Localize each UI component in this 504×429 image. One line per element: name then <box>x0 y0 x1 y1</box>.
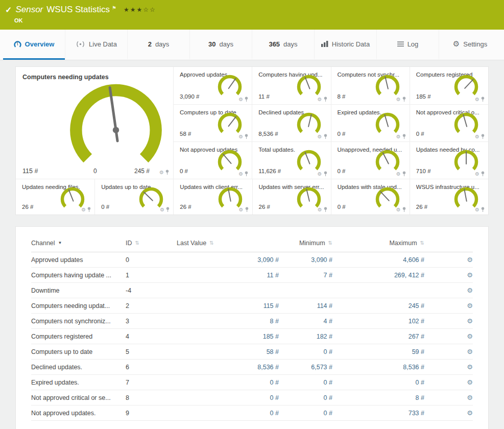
table-row[interactable]: Expired updates.70 #0 #0 #⚙ <box>31 375 473 390</box>
column-label: ID <box>126 240 132 247</box>
table-row[interactable]: Declined updates.68,536 #6,573 #8,536 #⚙ <box>31 360 473 375</box>
pin-icon[interactable] <box>402 97 406 102</box>
gear-icon: ⚙ <box>453 39 460 49</box>
column-header-last-value[interactable]: Last Value⇅ <box>177 240 279 247</box>
table-row[interactable]: Computers registered4185 #182 #267 #⚙ <box>31 329 473 344</box>
table-row[interactable]: Computers up to date558 #0 #59 #⚙ <box>31 344 473 360</box>
pin-icon[interactable] <box>245 134 248 139</box>
gear-icon[interactable]: ⚙ <box>238 134 243 139</box>
gear-icon[interactable]: ⚙ <box>159 170 164 175</box>
table-row[interactable]: Not approved critical or se...80 #0 #8 #… <box>31 390 473 406</box>
pin-icon[interactable] <box>402 171 406 177</box>
gear-icon[interactable]: ⚙ <box>475 134 479 139</box>
channel-name[interactable]: Computers needing updat... <box>31 302 126 309</box>
gear-icon[interactable]: ⚙ <box>396 134 401 139</box>
priority-stars[interactable]: ★★★☆☆ <box>124 6 156 13</box>
pin-icon[interactable] <box>481 134 485 139</box>
channel-name[interactable]: Computers up to date <box>31 348 126 355</box>
pin-icon[interactable] <box>245 207 249 212</box>
channel-settings-icon[interactable]: ⚙ <box>467 302 473 309</box>
pin-icon[interactable] <box>166 207 170 212</box>
channel-name[interactable]: Computers having update ... <box>31 272 126 279</box>
column-header-maximum[interactable]: Maximum⇅ <box>332 240 424 247</box>
channel-name[interactable]: Not approved updates. <box>31 410 126 417</box>
pin-icon[interactable] <box>481 207 485 212</box>
gauge-dial <box>60 186 85 208</box>
pin-icon[interactable] <box>324 134 327 139</box>
column-header-minimum[interactable]: Minimum⇅ <box>279 240 332 247</box>
channel-settings-icon[interactable]: ⚙ <box>467 394 473 401</box>
tab-log[interactable]: Log <box>376 30 439 60</box>
channel-settings-icon[interactable]: ⚙ <box>467 287 473 294</box>
column-label: Maximum <box>389 240 417 247</box>
gear-icon[interactable]: ⚙ <box>396 172 401 177</box>
gear-icon[interactable]: ⚙ <box>318 207 322 212</box>
pin-icon[interactable] <box>87 207 91 212</box>
flag-icon[interactable]: ⚑ <box>112 5 116 11</box>
channel-name[interactable]: Declined updates. <box>31 364 126 371</box>
table-row[interactable]: Computers having update ...111 #7 #269, … <box>31 268 473 283</box>
tab-historic-data[interactable]: Historic Data <box>314 30 376 60</box>
table-row[interactable]: Downtime-4⚙ <box>31 283 473 298</box>
gear-icon[interactable]: ⚙ <box>396 207 401 212</box>
pin-icon[interactable] <box>165 170 169 175</box>
channel-settings-icon[interactable]: ⚙ <box>467 363 473 371</box>
gear-icon[interactable]: ⚙ <box>475 172 479 177</box>
channel-name[interactable]: Downtime <box>31 287 126 294</box>
gauge-tile: Updates needed by co...710 #⚙ <box>410 141 488 179</box>
gauge-dial <box>453 149 479 171</box>
channel-minimum: 4 # <box>279 318 332 325</box>
column-header-id[interactable]: ID⇅ <box>126 240 177 247</box>
pin-icon[interactable] <box>245 171 248 177</box>
table-row[interactable]: Computers not synchroniz...38 #4 #102 #⚙ <box>31 314 473 329</box>
gear-icon[interactable]: ⚙ <box>238 97 243 102</box>
channel-name[interactable]: Computers not synchroniz... <box>31 318 126 325</box>
pin-icon[interactable] <box>245 97 248 102</box>
gear-icon[interactable]: ⚙ <box>318 134 322 139</box>
channel-name[interactable]: Not approved critical or se... <box>31 394 126 401</box>
gear-icon[interactable]: ⚙ <box>475 207 479 212</box>
tab-30-days[interactable]: 30days <box>189 30 252 60</box>
pin-icon[interactable] <box>324 97 327 102</box>
channel-settings-icon[interactable]: ⚙ <box>467 332 473 340</box>
gauge-icon <box>14 41 21 47</box>
channel-name[interactable]: Approved updates <box>31 256 126 264</box>
channel-settings-icon[interactable]: ⚙ <box>467 317 473 325</box>
gear-icon[interactable]: ⚙ <box>239 207 244 212</box>
gauge-value: 0 # <box>338 204 346 210</box>
column-label: Minimum <box>299 240 325 247</box>
gear-icon[interactable]: ⚙ <box>160 207 164 212</box>
channel-settings-icon[interactable]: ⚙ <box>467 378 473 386</box>
channel-name[interactable]: Expired updates. <box>31 379 126 386</box>
pin-icon[interactable] <box>481 171 485 177</box>
channel-settings-icon[interactable]: ⚙ <box>467 409 473 417</box>
tab-bar: OverviewLive Data2days30days365daysHisto… <box>0 30 504 60</box>
gear-icon[interactable]: ⚙ <box>318 172 322 177</box>
gauge-dial <box>453 186 479 208</box>
column-header-channel[interactable]: Channel▼ <box>31 240 126 247</box>
table-row[interactable]: Computers needing updat...2115 #114 #245… <box>31 298 473 314</box>
gear-icon[interactable]: ⚙ <box>81 207 86 212</box>
table-row[interactable]: Not approved updates.90 #0 #733 #⚙ <box>31 406 473 421</box>
gear-icon[interactable]: ⚙ <box>318 97 322 102</box>
tab-overview[interactable]: Overview <box>3 30 65 60</box>
pin-icon[interactable] <box>324 171 327 177</box>
tab-365-days[interactable]: 365days <box>252 30 314 60</box>
pin-icon[interactable] <box>324 207 327 212</box>
channel-settings-icon[interactable]: ⚙ <box>467 256 473 264</box>
tab-live-data[interactable]: Live Data <box>65 30 127 60</box>
gear-icon[interactable]: ⚙ <box>238 172 243 177</box>
pin-icon[interactable] <box>481 97 485 102</box>
pin-icon[interactable] <box>402 207 406 212</box>
gear-icon[interactable]: ⚙ <box>475 97 479 102</box>
channel-settings-icon[interactable]: ⚙ <box>467 348 473 355</box>
channel-name[interactable]: Computers registered <box>31 333 126 340</box>
tab-settings[interactable]: ⚙Settings <box>439 30 501 60</box>
pin-icon[interactable] <box>402 134 406 139</box>
gear-icon[interactable]: ⚙ <box>396 97 401 102</box>
channel-settings-icon[interactable]: ⚙ <box>467 271 473 279</box>
sort-icon: ⇅ <box>209 240 213 246</box>
gauge-actions: ⚙ <box>238 171 248 177</box>
table-row[interactable]: Approved updates03,090 #3,090 #4,606 #⚙ <box>31 252 473 268</box>
tab-2-days[interactable]: 2days <box>127 30 189 60</box>
